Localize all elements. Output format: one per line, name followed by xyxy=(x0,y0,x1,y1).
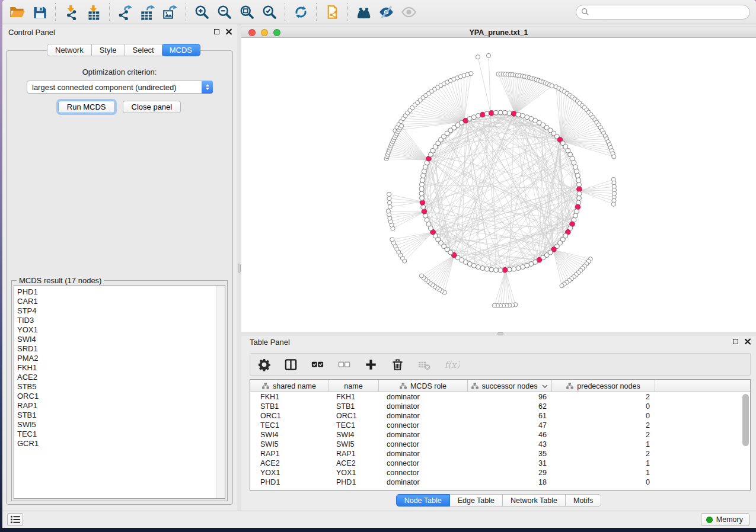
tab-network[interactable]: Network xyxy=(47,44,92,56)
tab-network-table[interactable]: Network Table xyxy=(503,494,566,507)
cell-successor-nodes: 29 xyxy=(468,468,552,477)
column-header-predecessor-nodes[interactable]: predecessor nodes xyxy=(552,380,655,392)
deselect-all-button[interactable] xyxy=(335,355,353,373)
result-item[interactable]: ORC1 xyxy=(14,392,225,401)
horizontal-splitter[interactable] xyxy=(241,332,756,336)
result-item[interactable]: SWI5 xyxy=(14,420,225,430)
search-network-button[interactable] xyxy=(352,2,375,21)
export-network-button[interactable] xyxy=(114,2,136,21)
zoom-in-button[interactable] xyxy=(190,2,213,21)
clone-network-button[interactable] xyxy=(321,2,343,21)
zoom-fit-button[interactable] xyxy=(235,2,258,21)
table-row[interactable]: RAP1RAP1dominator352 xyxy=(250,449,750,459)
table-row[interactable]: ACE2ACE2connector311 xyxy=(250,459,750,468)
export-image-button[interactable] xyxy=(159,2,181,21)
sort-descending-icon xyxy=(542,384,548,388)
delete-column-icon xyxy=(391,358,404,371)
memory-label: Memory xyxy=(716,515,743,524)
column-header-MCDS-role[interactable]: MCDS role xyxy=(379,380,468,392)
result-item[interactable]: FKH1 xyxy=(14,363,225,373)
tab-style[interactable]: Style xyxy=(92,44,125,56)
result-item[interactable]: RAP1 xyxy=(14,401,225,411)
result-item[interactable]: PMA2 xyxy=(14,354,225,363)
hide-selected-button[interactable] xyxy=(375,2,397,21)
search-input[interactable] xyxy=(592,8,745,17)
table-row[interactable]: TEC1TEC1connector472 xyxy=(250,421,750,430)
cell-MCDS-role: connector xyxy=(379,440,468,449)
table-row[interactable]: ORC1ORC1dominator610 xyxy=(250,411,750,421)
delete-column-button[interactable] xyxy=(388,355,406,373)
tab-mcds[interactable]: MCDS xyxy=(162,44,200,56)
attribute-tree-icon xyxy=(566,383,573,389)
table-row[interactable]: FKH1FKH1dominator962 xyxy=(250,392,750,402)
result-item[interactable]: CAR1 xyxy=(14,297,225,306)
table-row[interactable]: SWI4SWI4dominator462 xyxy=(250,430,750,440)
result-item[interactable]: STB5 xyxy=(14,382,225,392)
close-panel-icon[interactable] xyxy=(225,28,232,35)
search-icon xyxy=(581,8,589,16)
add-column-button[interactable] xyxy=(362,355,379,373)
splitter-grip[interactable] xyxy=(497,332,503,335)
columns-button[interactable] xyxy=(282,355,299,373)
export-table-button[interactable] xyxy=(136,2,159,21)
cell-shared-name: STB1 xyxy=(250,402,328,411)
network-titlebar[interactable]: YPA_prune.txt_1 xyxy=(241,27,756,38)
vertical-splitter[interactable] xyxy=(237,24,241,511)
task-history-button[interactable] xyxy=(7,513,23,526)
delete-table-button xyxy=(415,355,433,373)
result-item[interactable]: TEC1 xyxy=(14,430,225,439)
table-scrollbar[interactable] xyxy=(742,393,749,488)
save-session-button[interactable] xyxy=(28,2,51,21)
open-file-button[interactable] xyxy=(6,2,28,21)
tab-node-table[interactable]: Node Table xyxy=(396,494,450,507)
attribute-tree-icon xyxy=(400,383,407,389)
scrollbar-thumb[interactable] xyxy=(742,394,749,446)
cell-name: ACE2 xyxy=(328,459,379,468)
settings-gear-button[interactable] xyxy=(255,355,273,373)
zoom-selected-button[interactable] xyxy=(258,2,280,21)
result-item[interactable]: STB1 xyxy=(14,411,225,420)
float-panel-icon[interactable] xyxy=(214,29,219,34)
result-item[interactable]: YOX1 xyxy=(14,325,225,335)
cell-predecessor-nodes: 0 xyxy=(552,477,655,487)
import-table-button[interactable] xyxy=(82,2,105,21)
result-item[interactable]: STP4 xyxy=(14,306,225,316)
result-item[interactable]: ACE2 xyxy=(14,373,225,382)
zoom-out-button[interactable] xyxy=(213,2,235,21)
table-row[interactable]: SWI5SWI5connector431 xyxy=(250,440,750,449)
result-item[interactable]: TID3 xyxy=(14,316,225,325)
add-column-icon xyxy=(364,358,378,371)
result-item[interactable]: PHD1 xyxy=(14,286,225,297)
tab-edge-table[interactable]: Edge Table xyxy=(450,494,503,507)
result-list-scrollbar[interactable] xyxy=(216,286,225,498)
cytoscape-window: Control Panel NetworkStyleSelectMCDS Opt… xyxy=(2,0,756,528)
toolbar-group xyxy=(321,2,343,21)
column-header-name[interactable]: name xyxy=(328,380,379,392)
tab-select[interactable]: Select xyxy=(125,44,162,56)
run-mcds-button[interactable]: Run MCDS xyxy=(58,101,115,113)
refresh-layout-button[interactable] xyxy=(289,2,312,21)
toolbar-separator xyxy=(285,3,285,21)
splitter-grip[interactable] xyxy=(238,264,241,273)
column-header-shared-name[interactable]: shared name xyxy=(250,380,328,392)
table-row[interactable]: PHD1PHD1dominator180 xyxy=(250,477,750,487)
network-canvas[interactable] xyxy=(241,38,756,332)
result-item[interactable]: SWI4 xyxy=(14,335,225,344)
svg-text:f(x): f(x) xyxy=(444,359,460,370)
table-row[interactable]: STB1STB1dominator620 xyxy=(250,402,750,411)
criterion-select[interactable]: largest connected component (undirected) xyxy=(27,81,213,94)
refresh-layout-icon xyxy=(293,4,309,20)
toolbar-group xyxy=(352,2,420,21)
tab-motifs[interactable]: Motifs xyxy=(566,494,601,507)
cell-name: TEC1 xyxy=(328,421,379,430)
close-panel-button[interactable]: Close panel xyxy=(123,101,181,113)
table-row[interactable]: YOX1YOX1connector291 xyxy=(250,468,750,477)
select-all-button[interactable] xyxy=(308,355,326,373)
result-item[interactable]: SRD1 xyxy=(14,344,225,354)
memory-button[interactable]: Memory xyxy=(701,513,749,526)
column-header-successor-nodes[interactable]: successor nodes xyxy=(468,380,552,392)
close-panel-icon[interactable] xyxy=(744,338,751,345)
result-item[interactable]: GCR1 xyxy=(14,439,225,448)
import-network-button[interactable] xyxy=(60,2,82,21)
float-panel-icon[interactable] xyxy=(733,339,738,344)
